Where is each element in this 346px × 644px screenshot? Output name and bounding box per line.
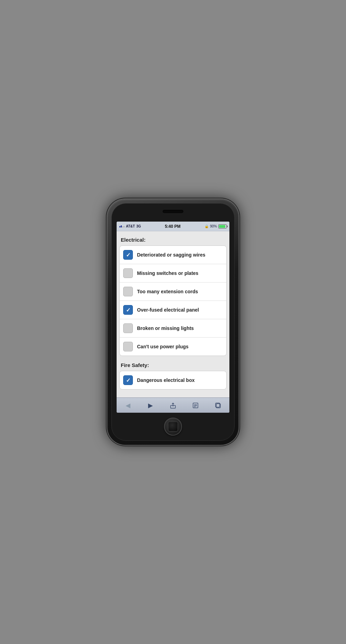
network-label: 3G [136,224,141,228]
item-label-deteriorated-wires: Deteriorated or sagging wires [137,252,206,258]
signal-bar-4 [124,226,125,227]
checkbox-extension-cords[interactable] [123,287,133,296]
tabs-icon [215,402,221,409]
signal-bar-3 [122,226,123,227]
item-label-overfused-panel: Over-fused electrical panel [137,307,199,313]
phone-body: AT&T 3G 5:40 PM 🔒 90% Electrical: [111,203,235,441]
status-right: 🔒 90% [204,224,227,229]
back-button[interactable]: ◀ [121,399,135,412]
signal-bar-1 [119,226,120,227]
item-label-extension-cords: Too many extension cords [137,288,198,295]
checkbox-broken-lights[interactable] [123,323,133,333]
carrier-label: AT&T [126,224,135,228]
item-label-dangerous-electrical-box: Dangerous electrical box [137,377,195,383]
status-bar: AT&T 3G 5:40 PM 🔒 90% [117,222,229,231]
forward-button[interactable]: ▶ [144,399,157,412]
phone-device: AT&T 3G 5:40 PM 🔒 90% Electrical: [107,199,239,445]
screen: AT&T 3G 5:40 PM 🔒 90% Electrical: [117,222,229,413]
home-button-inner [168,421,178,432]
home-button[interactable] [164,418,182,436]
battery-icon [218,224,227,229]
checkbox-deteriorated-wires[interactable] [123,250,133,260]
checkbox-power-plugs[interactable] [123,342,133,351]
share-button[interactable] [166,399,180,412]
item-label-power-plugs: Can't use power plugs [137,343,189,350]
speaker [163,210,183,213]
electrical-section-label: Electrical: [119,235,227,245]
browser-toolbar: ◀ ▶ [117,397,229,413]
battery-fill [219,225,225,228]
signal-bar-2 [121,225,122,227]
fire-safety-checklist: Dangerous electrical box [119,371,227,390]
list-item[interactable]: Missing switches or plates [120,264,226,283]
item-label-missing-switches: Missing switches or plates [137,270,198,276]
bookmarks-icon [192,402,199,409]
list-item[interactable]: Can't use power plugs [120,338,226,356]
lock-icon: 🔒 [204,224,209,228]
forward-icon: ▶ [148,402,153,409]
share-icon [170,402,176,409]
fire-safety-section-label: Fire Safety: [119,360,227,371]
list-item[interactable]: Over-fused electrical panel [120,301,226,319]
list-item[interactable]: Broken or missing lights [120,319,226,338]
battery-percent: 90% [210,224,217,228]
checkbox-overfused-panel[interactable] [123,305,133,315]
signal-bars [119,225,125,227]
status-left: AT&T 3G [119,224,141,228]
list-item[interactable]: Deteriorated or sagging wires [120,246,226,264]
back-icon: ◀ [126,402,130,409]
main-content: Electrical: Deteriorated or sagging wire… [117,231,229,397]
electrical-checklist: Deteriorated or sagging wires Missing sw… [119,245,227,356]
list-item[interactable]: Dangerous electrical box [120,371,226,389]
time-display: 5:40 PM [165,224,180,229]
tabs-button[interactable] [211,399,225,412]
svg-rect-2 [193,403,198,408]
bookmarks-button[interactable] [189,399,202,412]
list-item[interactable]: Too many extension cords [120,283,226,301]
checkbox-dangerous-electrical-box[interactable] [123,375,133,385]
item-label-broken-lights: Broken or missing lights [137,325,194,331]
checkbox-missing-switches[interactable] [123,268,133,278]
